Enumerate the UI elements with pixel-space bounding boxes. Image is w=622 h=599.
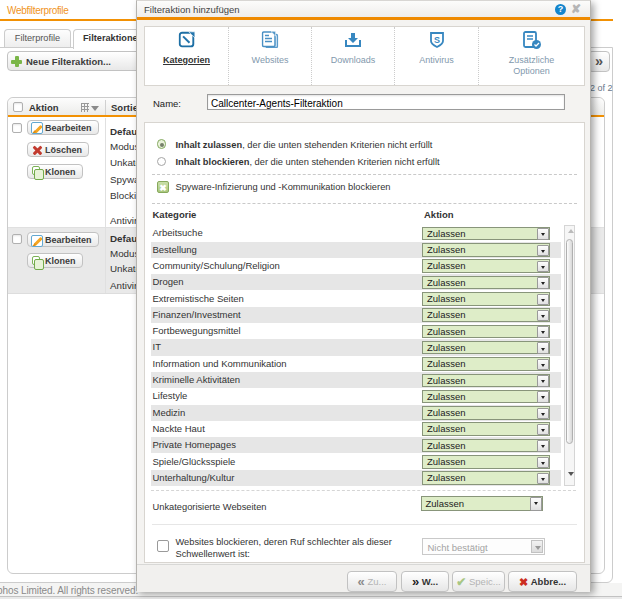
svg-text:S: S — [433, 35, 439, 45]
